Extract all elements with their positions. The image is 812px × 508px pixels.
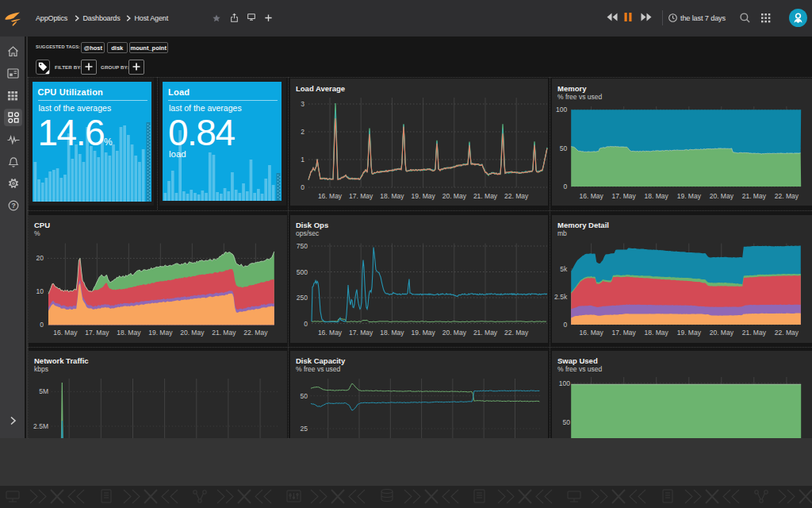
svg-text:mb: mb <box>557 229 567 237</box>
svg-text:21. May: 21. May <box>741 329 766 337</box>
svg-text:500: 500 <box>297 267 308 275</box>
svg-text:1: 1 <box>301 156 305 164</box>
svg-text:0: 0 <box>563 183 567 190</box>
svg-text:0: 0 <box>301 183 305 191</box>
svg-text:18. May: 18. May <box>381 192 405 200</box>
svg-text:20. May: 20. May <box>709 192 733 200</box>
svg-text:20. May: 20. May <box>442 329 467 337</box>
svg-text:17. May: 17. May <box>611 329 636 337</box>
svg-text:%: % <box>34 229 40 237</box>
svg-text:18. May: 18. May <box>381 329 405 337</box>
svg-text:20. May: 20. May <box>709 329 733 337</box>
svg-text:100: 100 <box>559 379 570 387</box>
svg-text:18. May: 18. May <box>644 329 668 337</box>
svg-text:19. May: 19. May <box>148 329 173 337</box>
svg-text:16. May: 16. May <box>579 329 603 337</box>
svg-text:10: 10 <box>36 287 44 295</box>
svg-text:% free vs used: % free vs used <box>557 93 602 101</box>
svg-text:18. May: 18. May <box>644 192 668 200</box>
svg-text:Load Average: Load Average <box>296 84 345 93</box>
svg-text:Network Traffic: Network Traffic <box>34 356 89 365</box>
svg-text:20. May: 20. May <box>442 192 467 200</box>
svg-text:0: 0 <box>40 321 44 329</box>
svg-text:22. May: 22. May <box>504 192 529 200</box>
svg-text:18. May: 18. May <box>117 329 141 337</box>
svg-text:22. May: 22. May <box>504 329 529 337</box>
svg-text:17. May: 17. May <box>611 192 636 200</box>
svg-text:0: 0 <box>304 319 308 327</box>
svg-text:Disk Ops: Disk Ops <box>296 220 328 229</box>
svg-text:5M: 5M <box>39 388 48 396</box>
svg-text:21. May: 21. May <box>473 329 498 337</box>
svg-text:% free vs used: % free vs used <box>557 365 602 373</box>
svg-text:% free vs used: % free vs used <box>296 365 340 373</box>
svg-text:19. May: 19. May <box>412 329 436 337</box>
svg-text:ops/sec: ops/sec <box>296 229 320 237</box>
svg-text:22. May: 22. May <box>243 329 268 337</box>
svg-text:CPU: CPU <box>34 220 50 229</box>
svg-text:21. May: 21. May <box>212 329 236 337</box>
svg-text:750: 750 <box>297 242 308 250</box>
svg-text:25: 25 <box>301 425 308 433</box>
svg-text:22. May: 22. May <box>775 329 799 337</box>
svg-text:5k: 5k <box>560 264 568 272</box>
svg-text:20. May: 20. May <box>180 329 205 337</box>
svg-text:17. May: 17. May <box>349 192 373 200</box>
svg-text:50: 50 <box>560 144 568 152</box>
svg-text:2: 2 <box>301 128 305 136</box>
svg-text:?: ? <box>11 202 15 210</box>
svg-text:19. May: 19. May <box>676 192 701 200</box>
svg-text:22. May: 22. May <box>775 192 799 200</box>
svg-text:0: 0 <box>563 320 567 328</box>
svg-text:2.5M: 2.5M <box>33 422 48 430</box>
svg-text:21. May: 21. May <box>741 192 766 200</box>
svg-text:Memory: Memory <box>557 84 587 93</box>
svg-text:2.5k: 2.5k <box>554 292 568 300</box>
svg-text:Memory Detail: Memory Detail <box>557 220 609 229</box>
svg-text:16. May: 16. May <box>318 329 343 337</box>
svg-text:3: 3 <box>301 100 305 108</box>
svg-text:19. May: 19. May <box>676 329 701 337</box>
svg-text:100: 100 <box>556 106 567 114</box>
svg-text:16. May: 16. May <box>53 329 78 337</box>
svg-text:19. May: 19. May <box>412 192 436 200</box>
svg-text:16. May: 16. May <box>318 192 343 200</box>
svg-text:50: 50 <box>562 418 570 426</box>
svg-text:Disk Capacity: Disk Capacity <box>296 356 346 365</box>
svg-text:16. May: 16. May <box>579 192 603 200</box>
svg-text:kbps: kbps <box>34 365 48 373</box>
svg-text:21. May: 21. May <box>473 192 498 200</box>
svg-text:20: 20 <box>36 254 44 262</box>
svg-text:250: 250 <box>297 294 308 302</box>
svg-text:17. May: 17. May <box>85 329 109 337</box>
svg-text:Swap Used: Swap Used <box>557 356 598 365</box>
svg-text:50: 50 <box>301 392 308 400</box>
svg-text:17. May: 17. May <box>349 329 373 337</box>
